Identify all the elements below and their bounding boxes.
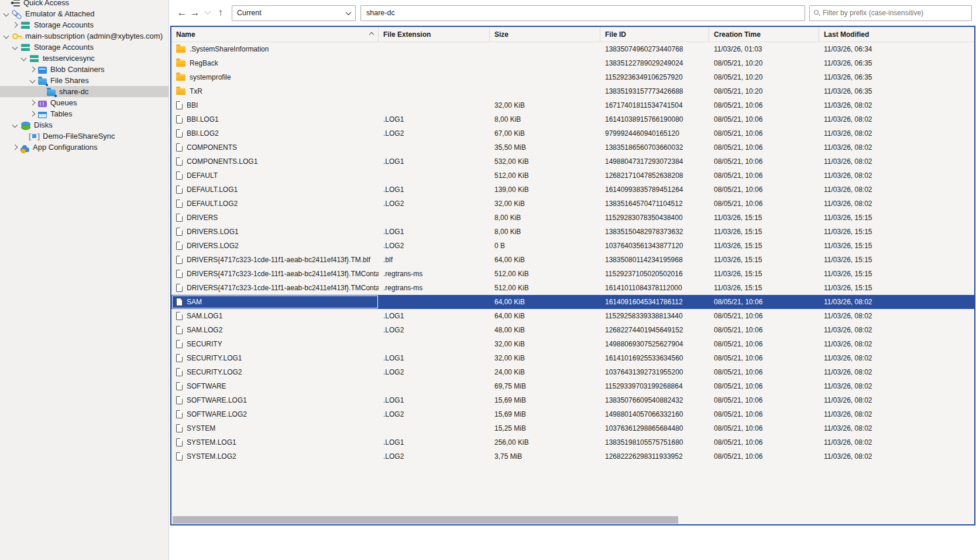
history-dropdown-button[interactable] — [201, 6, 214, 20]
table-row[interactable]: .SystemShareInformation 1383507496027344… — [171, 42, 974, 56]
cell-name: SOFTWARE.LOG1 — [187, 396, 247, 404]
expander-icon[interactable] — [29, 67, 37, 73]
cell-creation-time: 08/05/21, 10:06 — [709, 351, 819, 365]
table-row[interactable]: BBI.LOG1 .LOG1 8,00 KiB 1614103891576619… — [171, 112, 974, 126]
table-row[interactable]: SAM.LOG1 .LOG1 64,00 KiB 115292583393388… — [171, 309, 974, 323]
sidebar-item-main-subscription-admin-xybytes-com[interactable]: main-subscription (admin@xybytes.com) — [0, 30, 169, 42]
sidebar-item-storage-accounts[interactable]: Storage Accounts — [0, 19, 169, 30]
table-row[interactable]: DRIVERS.LOG2 .LOG2 0 B 10376403561343877… — [171, 239, 974, 253]
expander-icon[interactable] — [29, 111, 37, 117]
cell-size: 512,00 KiB — [490, 267, 600, 281]
expander-icon[interactable] — [11, 145, 19, 150]
column-header-file-id[interactable]: File ID — [600, 27, 709, 42]
column-header-last-modified[interactable]: Last Modified — [819, 27, 974, 42]
expander-icon[interactable] — [29, 100, 37, 106]
cell-size: 35,50 MiB — [490, 140, 600, 154]
sidebar-item-queues[interactable]: Queues — [0, 97, 169, 108]
sidebar-item-app-configurations[interactable]: App Configurations — [0, 142, 169, 153]
sidebar-item-blob-containers[interactable]: Blob Containers — [0, 64, 169, 75]
table-row[interactable]: DRIVERS.LOG1 .LOG1 8,00 KiB 138351504829… — [171, 225, 974, 239]
file-share-icon — [47, 90, 56, 96]
cell-last-modified: 11/03/26, 08:02 — [819, 407, 974, 421]
horizontal-scrollbar[interactable] — [171, 516, 974, 524]
table-row[interactable]: COMPONENTS.LOG1 .LOG1 532,00 KiB 1498804… — [171, 154, 974, 169]
table-row[interactable]: DRIVERS{4717c323-1cde-11f1-aeab-bc2411ef… — [171, 267, 974, 281]
table-row[interactable]: SECURITY 32,00 KiB 14988069307525627904 … — [171, 337, 974, 351]
expander-icon[interactable] — [29, 78, 37, 84]
table-row[interactable]: DRIVERS 8,00 KiB 11529283078350438400 11… — [171, 211, 974, 225]
table-row[interactable]: SYSTEM.LOG2 .LOG2 3,75 MiB 1268222629831… — [171, 449, 974, 463]
table-row[interactable]: SYSTEM 15,25 MiB 10376361298865684480 08… — [171, 421, 974, 435]
column-header-creation-time[interactable]: Creation Time — [709, 27, 819, 42]
expander-icon[interactable] — [2, 33, 11, 39]
table-row[interactable]: SAM 64,00 KiB 16140916045341786112 08/05… — [171, 295, 974, 309]
up-button[interactable]: ↑ — [214, 6, 227, 20]
table-row[interactable]: DRIVERS{4717c323-1cde-11f1-aeab-bc2411ef… — [171, 281, 974, 295]
cell-name: TxR — [190, 87, 202, 95]
cell-size: 3,75 MiB — [490, 449, 600, 463]
file-icon — [176, 326, 183, 334]
expander-icon[interactable] — [11, 22, 19, 28]
cell-name: SYSTEM.LOG1 — [187, 438, 236, 446]
filter-input[interactable] — [823, 9, 968, 17]
table-body: .SystemShareInformation 1383507496027344… — [171, 42, 974, 463]
cell-size — [490, 42, 600, 56]
cell-file-extension: .LOG1 — [379, 183, 490, 197]
disks-icon — [20, 121, 30, 129]
table-row[interactable]: DEFAULT.LOG1 .LOG1 139,00 KiB 1614099383… — [171, 183, 974, 197]
storage-accounts-icon — [20, 21, 30, 29]
table-row[interactable]: BBI.LOG2 .LOG2 67,00 KiB 979992446094016… — [171, 126, 974, 140]
forward-button[interactable]: → — [188, 6, 201, 20]
column-header-file-extension[interactable]: File Extension — [379, 27, 490, 42]
sidebar-item-demo-filesharesync[interactable]: Demo-FileShareSync — [0, 130, 169, 142]
table-row[interactable]: BBI 32,00 KiB 16717401811534741504 08/05… — [171, 98, 974, 112]
sidebar-item-testservicesync[interactable]: testservicesync — [0, 53, 169, 64]
cell-last-modified: 11/03/26, 08:02 — [819, 154, 974, 169]
sidebar-item-storage-accounts[interactable]: Storage Accounts — [0, 42, 169, 53]
table-row[interactable]: SYSTEM.LOG1 .LOG1 256,00 KiB 13835198105… — [171, 435, 974, 449]
sidebar-item-emulator-attached[interactable]: Emulator & Attached — [0, 8, 169, 19]
table-row[interactable]: SOFTWARE 69,75 MiB 11529339703199268864 … — [171, 379, 974, 393]
expander-icon[interactable] — [11, 122, 19, 128]
scrollbar-thumb[interactable] — [173, 516, 678, 524]
cell-creation-time: 08/05/21, 10:06 — [709, 379, 819, 393]
expander-icon[interactable] — [2, 11, 11, 17]
cell-file-extension: .LOG2 — [379, 407, 490, 421]
table-row[interactable]: DRIVERS{4717c323-1cde-11f1-aeab-bc2411ef… — [171, 253, 974, 267]
cell-file-extension — [379, 70, 490, 84]
cell-file-id: 13835080114234195968 — [600, 253, 709, 267]
cell-creation-time: 08/05/21, 10:06 — [709, 309, 819, 323]
cell-creation-time: 08/05/21, 10:06 — [709, 183, 819, 197]
table-row[interactable]: SAM.LOG2 .LOG2 48,00 KiB 126822744019456… — [171, 323, 974, 337]
table-row[interactable]: DEFAULT.LOG2 .LOG2 32,00 KiB 13835164570… — [171, 197, 974, 211]
file-icon — [176, 256, 183, 264]
sidebar-item-disks[interactable]: Disks — [0, 119, 169, 130]
cell-name: SYSTEM — [187, 424, 215, 432]
table-row[interactable]: SOFTWARE.LOG1 .LOG1 15,69 MiB 1383507660… — [171, 393, 974, 407]
cell-last-modified: 11/03/26, 15:15 — [819, 253, 974, 267]
cell-size: 15,25 MiB — [490, 421, 600, 435]
table-row[interactable]: SECURITY.LOG2 .LOG2 24,00 KiB 1037643139… — [171, 365, 974, 379]
table-row[interactable]: COMPONENTS 35,50 MiB 1383518656070366003… — [171, 140, 974, 154]
expander-icon[interactable] — [20, 56, 28, 61]
sidebar-item-tables[interactable]: Tables — [0, 108, 169, 119]
address-input[interactable] — [360, 5, 805, 21]
table-row[interactable]: SOFTWARE.LOG2 .LOG2 15,69 MiB 1498801405… — [171, 407, 974, 421]
column-header-name[interactable]: Name — [171, 27, 379, 42]
cell-size: 0 B — [490, 239, 600, 253]
folder-icon — [176, 88, 185, 95]
main-area: ← → ↑ Current Name File Extension S — [170, 0, 976, 560]
column-header-size[interactable]: Size — [490, 27, 600, 42]
scope-dropdown[interactable]: Current — [232, 5, 356, 21]
table-row[interactable]: SECURITY.LOG1 .LOG1 32,00 KiB 1614101692… — [171, 351, 974, 365]
table-row[interactable]: systemprofile 11529236349106257920 08/05… — [171, 70, 974, 84]
back-button[interactable]: ← — [176, 6, 188, 20]
expander-icon[interactable] — [11, 44, 19, 50]
table-row[interactable]: DEFAULT 512,00 KiB 12682171047852638208 … — [171, 169, 974, 183]
sidebar-item-share-dc[interactable]: share-dc — [0, 86, 169, 97]
table-row[interactable]: TxR 13835193157773426688 08/05/21, 10:20… — [171, 84, 974, 98]
sidebar-item-quick-access[interactable]: Quick Access — [0, 0, 169, 8]
cell-file-id: 13835150482978373632 — [600, 225, 709, 239]
sidebar-item-file-shares[interactable]: File Shares — [0, 75, 169, 86]
table-row[interactable]: RegBack 13835122789029249024 08/05/21, 1… — [171, 56, 974, 70]
